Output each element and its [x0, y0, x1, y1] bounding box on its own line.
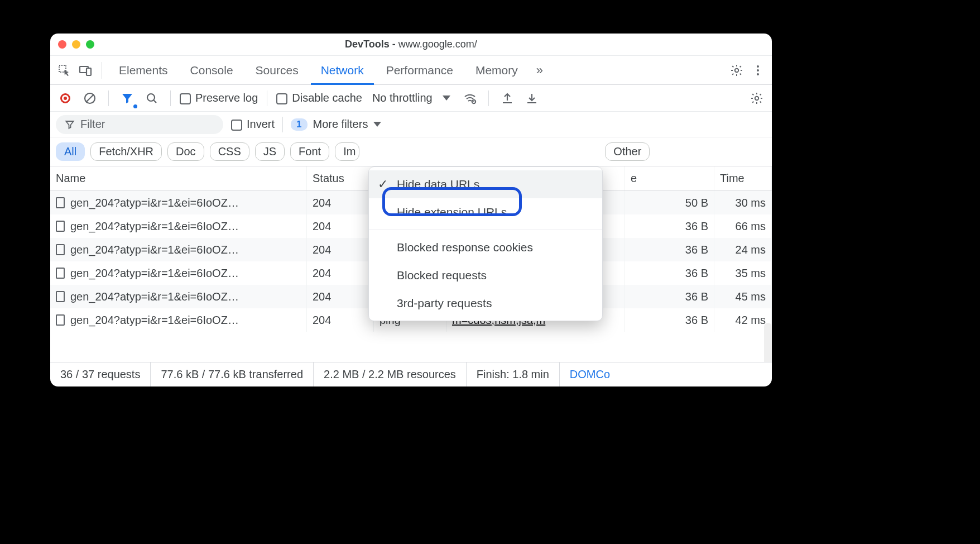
network-conditions-icon[interactable] — [460, 89, 479, 108]
import-har-icon[interactable] — [522, 89, 541, 108]
cell-name: gen_204?atyp=i&r=1&ei=6IoOZ… — [50, 238, 307, 261]
throttling-select[interactable]: No throttling — [368, 92, 455, 104]
svg-point-12 — [755, 96, 758, 99]
chip-font[interactable]: Font — [290, 142, 329, 161]
disable-cache-checkbox[interactable]: Disable cache — [276, 92, 362, 104]
cell-time: 24 ms — [714, 238, 772, 261]
checkmark-icon: ✓ — [378, 177, 388, 192]
type-filter-chips: All Fetch/XHR Doc CSS JS Font Im Other — [50, 137, 772, 166]
titlebar: DevTools - www.google.com/ — [50, 34, 772, 56]
tab-sources[interactable]: Sources — [246, 56, 309, 85]
col-time[interactable]: Time — [714, 166, 772, 190]
cell-time: 66 ms — [714, 214, 772, 238]
chip-img[interactable]: Im — [335, 142, 359, 161]
chip-all[interactable]: All — [56, 142, 85, 161]
network-settings-gear-icon[interactable] — [747, 89, 766, 108]
cell-time: 42 ms — [714, 308, 772, 332]
document-icon — [56, 314, 65, 326]
status-bar: 36 / 37 requests 77.6 kB / 77.6 kB trans… — [50, 362, 772, 386]
filter-hide-extension-urls[interactable]: Hide extension URLs — [369, 198, 602, 226]
cell-size: 50 B — [625, 191, 714, 214]
cell-name: gen_204?atyp=i&r=1&ei=6IoOZ… — [50, 261, 307, 285]
cell-size: 36 B — [625, 261, 714, 285]
svg-line-8 — [86, 94, 94, 102]
tab-elements[interactable]: Elements — [109, 56, 178, 85]
network-toolbar: Preserve log Disable cache No throttling — [50, 85, 772, 112]
cell-time: 30 ms — [714, 191, 772, 214]
cell-time: 35 ms — [714, 261, 772, 285]
chip-doc[interactable]: Doc — [167, 142, 204, 161]
export-har-icon[interactable] — [498, 89, 517, 108]
cell-size: 36 B — [625, 308, 714, 332]
chevron-down-icon — [373, 122, 381, 127]
col-name[interactable]: Name — [50, 166, 307, 190]
more-filters-count-badge: 1 — [291, 118, 307, 131]
filter-blocked-response-cookies[interactable]: Blocked response cookies — [369, 233, 602, 261]
tab-memory[interactable]: Memory — [465, 56, 528, 85]
cell-status: 204 — [307, 285, 374, 308]
col-size[interactable]: e — [625, 166, 714, 190]
status-domcontentloaded: DOMCo — [560, 362, 620, 386]
window-title: DevTools - www.google.com/ — [50, 39, 772, 50]
svg-rect-2 — [87, 68, 91, 75]
document-icon — [56, 291, 65, 302]
cell-name: gen_204?atyp=i&r=1&ei=6IoOZ… — [50, 285, 307, 308]
cell-name: gen_204?atyp=i&r=1&ei=6IoOZ… — [50, 308, 307, 332]
chip-css[interactable]: CSS — [210, 142, 249, 161]
svg-point-6 — [757, 73, 759, 75]
chip-js[interactable]: JS — [255, 142, 285, 161]
kebab-menu-icon[interactable] — [748, 61, 767, 80]
filter-input[interactable]: Filter — [56, 115, 223, 134]
svg-point-4 — [757, 65, 759, 68]
title-host: www.google.com/ — [398, 39, 477, 50]
cell-time: 45 ms — [714, 285, 772, 308]
cell-size: 36 B — [625, 285, 714, 308]
filter-blocked-requests[interactable]: Blocked requests — [369, 261, 602, 289]
cell-status: 204 — [307, 261, 374, 285]
document-icon — [56, 221, 65, 232]
more-filters-dropdown-trigger[interactable]: 1 More filters — [291, 118, 381, 131]
cell-status: 204 — [307, 214, 374, 238]
clear-button[interactable] — [80, 89, 99, 108]
svg-point-5 — [757, 69, 759, 71]
cell-status: 204 — [307, 238, 374, 261]
filter-toolbar: Filter Invert 1 More filters — [50, 112, 772, 137]
svg-point-3 — [735, 68, 738, 71]
preserve-log-checkbox[interactable]: Preserve log — [180, 92, 258, 104]
cell-size: 36 B — [625, 214, 714, 238]
cell-status: 204 — [307, 308, 374, 332]
tab-performance[interactable]: Performance — [376, 56, 463, 85]
device-toolbar-icon[interactable] — [76, 61, 95, 80]
panel-tabs: Elements Console Sources Network Perform… — [50, 56, 772, 85]
document-icon — [56, 268, 65, 279]
chip-fetch-xhr[interactable]: Fetch/XHR — [90, 142, 162, 161]
filter-3rd-party-requests[interactable]: 3rd-party requests — [369, 289, 602, 317]
status-resources: 2.2 MB / 2.2 MB resources — [314, 362, 467, 386]
invert-checkbox[interactable]: Invert — [231, 118, 275, 131]
filter-hide-data-urls[interactable]: ✓ Hide data URLs — [369, 170, 602, 198]
document-icon — [56, 197, 65, 208]
svg-line-10 — [153, 100, 156, 103]
more-filters-dropdown: ✓ Hide data URLs Hide extension URLs Blo… — [368, 166, 603, 321]
chip-other[interactable]: Other — [605, 142, 650, 161]
cell-size: 36 B — [625, 238, 714, 261]
tab-network[interactable]: Network — [311, 56, 374, 85]
status-requests: 36 / 37 requests — [50, 362, 151, 386]
cell-name: gen_204?atyp=i&r=1&ei=6IoOZ… — [50, 214, 307, 238]
status-transferred: 77.6 kB / 77.6 kB transferred — [151, 362, 314, 386]
document-icon — [56, 244, 65, 255]
record-button[interactable] — [56, 89, 75, 108]
devtools-window: DevTools - www.google.com/ Elements Cons… — [50, 34, 772, 386]
col-status[interactable]: Status — [307, 166, 374, 190]
inspect-element-icon[interactable] — [55, 61, 74, 80]
cell-name: gen_204?atyp=i&r=1&ei=6IoOZ… — [50, 191, 307, 214]
requests-table: Name Status e Time gen_204?atyp=i&r=1&ei… — [50, 166, 772, 362]
tab-console[interactable]: Console — [180, 56, 243, 85]
more-tabs-icon[interactable]: » — [530, 61, 549, 80]
settings-gear-icon[interactable] — [727, 61, 746, 80]
title-prefix: DevTools - — [345, 39, 398, 50]
status-finish: Finish: 1.8 min — [467, 362, 560, 386]
search-icon[interactable] — [142, 89, 161, 108]
cell-status: 204 — [307, 191, 374, 214]
filter-toggle-icon[interactable] — [118, 89, 137, 108]
